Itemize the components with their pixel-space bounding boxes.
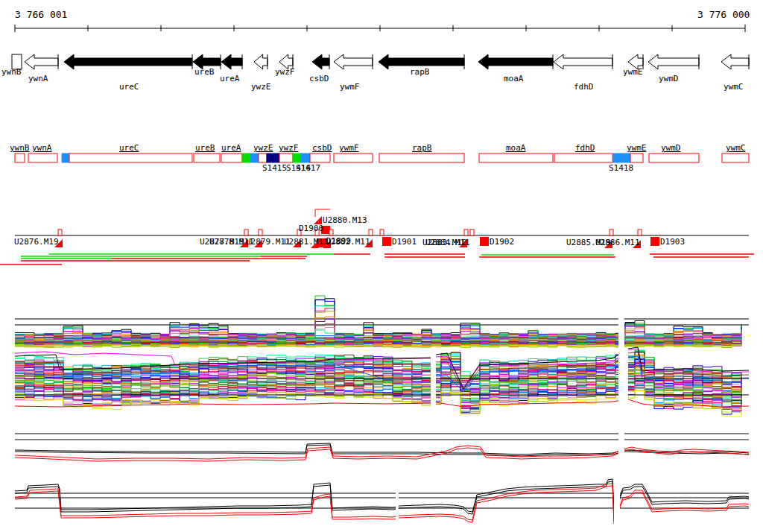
flag-label-U2884.M11[interactable]: U2884.M11 bbox=[425, 238, 470, 247]
probe-box[interactable] bbox=[250, 153, 259, 162]
gene-label-ureB: ureB bbox=[194, 68, 215, 76]
probe-link-moaA[interactable]: moaA bbox=[506, 144, 526, 152]
probe-link-ywzE[interactable]: ywzE bbox=[253, 144, 273, 152]
gene-arrow-ureA[interactable] bbox=[221, 54, 242, 69]
band2 bbox=[15, 347, 749, 417]
probe-box[interactable] bbox=[334, 153, 373, 162]
probe-link-ywmD[interactable]: ywmD bbox=[661, 144, 681, 152]
gene-label-moaA: moaA bbox=[504, 75, 524, 83]
data-gap bbox=[396, 468, 399, 532]
profile-line bbox=[15, 486, 749, 524]
flag-pole bbox=[464, 229, 468, 235]
ruler-left-coordinate: 3 766 001 bbox=[15, 10, 67, 19]
probe-box[interactable] bbox=[649, 153, 699, 162]
gene-arrow-moaA[interactable] bbox=[478, 54, 553, 69]
gene-arrow-csbD[interactable] bbox=[312, 54, 329, 69]
profile-line bbox=[15, 479, 749, 513]
probe-link-ywnB[interactable]: ywnB bbox=[10, 144, 30, 152]
probe-box[interactable] bbox=[379, 153, 464, 162]
gene-arrow-ywzE[interactable] bbox=[254, 54, 267, 69]
flag-pole bbox=[259, 229, 262, 235]
flag-label-U2881.M11[interactable]: U2881.M11 bbox=[284, 238, 329, 246]
probe-box[interactable] bbox=[630, 153, 643, 162]
probe-link-ywmF[interactable]: ywmF bbox=[339, 144, 359, 152]
probe-box[interactable] bbox=[267, 153, 279, 162]
signal-label-S1415: S1415 bbox=[262, 164, 287, 172]
gene-label-ureA: ureA bbox=[220, 75, 240, 83]
band4 bbox=[15, 479, 749, 524]
gene-label-ywmE: ywmE bbox=[623, 68, 643, 76]
genome-browser-canvas: 3 766 001 3 776 000 ywnBywnAureCureBureA… bbox=[0, 0, 763, 532]
flag-label-D1900[interactable]: D1900 bbox=[299, 224, 323, 232]
gene-arrow-ywnA[interactable] bbox=[25, 54, 58, 69]
gene-label-ywzE: ywzE bbox=[251, 83, 271, 91]
gene-label-ywzF: ywzF bbox=[275, 68, 295, 76]
probe-box[interactable] bbox=[194, 153, 220, 162]
data-gaps bbox=[396, 293, 628, 532]
data-gap bbox=[431, 347, 436, 421]
flag-label-D1902[interactable]: D1902 bbox=[490, 238, 514, 246]
probe-box[interactable] bbox=[28, 153, 57, 162]
probe-link-rapB[interactable]: rapB bbox=[412, 144, 432, 152]
flag-label-U2886.M11[interactable]: U2886.M11 bbox=[595, 238, 640, 247]
probe-box[interactable] bbox=[722, 153, 749, 162]
flag-label-D1901[interactable]: D1901 bbox=[392, 238, 417, 246]
probe-box[interactable] bbox=[310, 153, 330, 162]
probe-link-ureB[interactable]: ureB bbox=[195, 144, 215, 152]
gene-label-ureC: ureC bbox=[119, 83, 139, 91]
segment-lines bbox=[0, 254, 754, 265]
probe-box[interactable] bbox=[554, 153, 612, 162]
probe-box[interactable] bbox=[242, 153, 250, 162]
gene-label-ywnB: ywnB bbox=[1, 68, 22, 76]
data-gap bbox=[618, 426, 624, 462]
flag-pole bbox=[380, 229, 384, 235]
probe-box[interactable] bbox=[62, 153, 69, 162]
flag-label-U2876.M19[interactable]: U2876.M19 bbox=[14, 238, 59, 246]
gene-label-csbD: csbD bbox=[309, 75, 329, 83]
gene-arrow-ywmD[interactable] bbox=[648, 54, 699, 69]
gene-arrow-ywmF[interactable] bbox=[334, 54, 373, 69]
segment-flag-D1901[interactable] bbox=[382, 237, 391, 246]
probe-box[interactable] bbox=[301, 153, 310, 162]
flag-label-U2880.M13[interactable]: U2880.M13 bbox=[323, 216, 367, 224]
flag-pole bbox=[58, 229, 62, 235]
probe-box[interactable] bbox=[69, 153, 192, 162]
probe-box[interactable] bbox=[479, 153, 553, 162]
probe-link-ureA[interactable]: ureA bbox=[221, 144, 241, 152]
probe-box[interactable] bbox=[613, 153, 630, 162]
probe-link-ywnA[interactable]: ywnA bbox=[32, 144, 52, 152]
probe-box[interactable] bbox=[293, 153, 301, 162]
flag-label-U2882.M11[interactable]: U2882.M11 bbox=[326, 238, 370, 246]
probe-track bbox=[15, 153, 749, 162]
flag-pole bbox=[470, 229, 474, 235]
probe-link-ureC[interactable]: ureC bbox=[119, 144, 139, 152]
gene-label-rapB: rapB bbox=[410, 68, 430, 76]
segment-flag-D1903[interactable] bbox=[650, 237, 659, 246]
signal-label-S1417: S1417 bbox=[296, 164, 320, 172]
gene-arrow-ureC[interactable] bbox=[64, 54, 192, 69]
probe-link-ywzF[interactable]: ywzF bbox=[279, 144, 299, 152]
flag-label-D1903[interactable]: D1903 bbox=[660, 238, 685, 246]
gene-label-ywmD: ywmD bbox=[659, 75, 679, 83]
gene-arrow-ywmC[interactable] bbox=[721, 54, 749, 69]
probe-link-ywmC[interactable]: ywmC bbox=[726, 144, 746, 152]
gene-arrow-fdhD[interactable] bbox=[554, 54, 612, 69]
flag-pole bbox=[369, 229, 373, 235]
probe-link-csbD[interactable]: csbD bbox=[312, 144, 332, 152]
segment-flag-D1902[interactable] bbox=[480, 237, 489, 246]
flag-pole bbox=[329, 229, 333, 235]
probe-box[interactable] bbox=[259, 153, 267, 162]
flag-pole bbox=[638, 229, 642, 235]
probe-link-fdhD[interactable]: fdhD bbox=[575, 144, 595, 152]
probe-box[interactable] bbox=[279, 153, 293, 162]
data-gap bbox=[614, 468, 620, 532]
gene-label-ywmF: ywmF bbox=[340, 83, 360, 91]
ruler-right-coordinate: 3 776 000 bbox=[697, 10, 750, 19]
probe-link-ywmE[interactable]: ywmE bbox=[627, 144, 647, 152]
probe-box[interactable] bbox=[221, 153, 242, 162]
probe-box[interactable] bbox=[15, 153, 25, 162]
profile-series bbox=[15, 300, 741, 335]
flag-pole bbox=[610, 229, 613, 235]
flag-pole bbox=[244, 229, 248, 235]
gene-label-ywmC: ywmC bbox=[724, 83, 744, 91]
